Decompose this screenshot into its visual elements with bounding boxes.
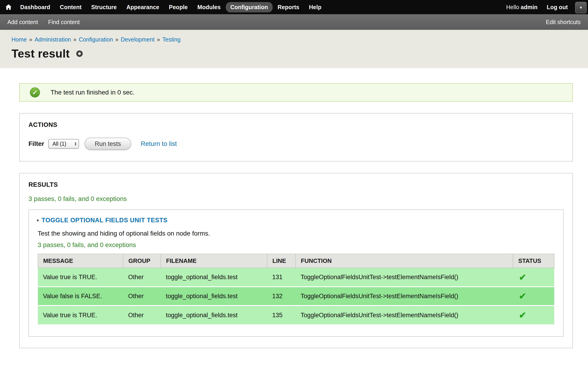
greeting-prefix: Hello bbox=[506, 4, 519, 10]
collapse-arrow-icon: ▾ bbox=[37, 218, 39, 223]
toolbar-left: DashboardContentStructureAppearancePeopl… bbox=[5, 2, 326, 12]
page-title: Test result bbox=[11, 47, 70, 60]
greeting: Helloadmin bbox=[506, 4, 538, 10]
title-row: Test result bbox=[11, 47, 577, 60]
column-header-message: MESSAGE bbox=[38, 254, 123, 268]
column-header-line: LINE bbox=[267, 254, 296, 268]
toolbar-right: Helloadmin Log out ▾ bbox=[506, 1, 588, 13]
cell-function: ToggleOptionalFieldsUnitTest->testElemen… bbox=[296, 287, 513, 306]
toolbar-toggle-button[interactable]: ▾ bbox=[575, 2, 587, 13]
toolbar-item-help[interactable]: Help bbox=[304, 2, 326, 12]
toolbar-item-appearance[interactable]: Appearance bbox=[122, 2, 164, 12]
cell-group: Other bbox=[123, 306, 161, 324]
pass-check-icon: ✔ bbox=[519, 291, 526, 301]
shortcut-item-find-content[interactable]: Find content bbox=[48, 19, 80, 25]
toolbar-item-configuration[interactable]: Configuration bbox=[226, 2, 273, 12]
breadcrumb-link-configuration[interactable]: Configuration bbox=[79, 36, 113, 43]
edit-shortcuts-link[interactable]: Edit shortcuts bbox=[546, 19, 581, 25]
results-summary: 3 passes, 0 fails, and 0 exceptions bbox=[28, 195, 564, 202]
table-row: Value true is TRUE.Othertoggle_optional_… bbox=[38, 268, 554, 287]
toolbar-menu: DashboardContentStructureAppearancePeopl… bbox=[16, 2, 326, 12]
content: ✓ The test run finished in 0 sec. ACTION… bbox=[0, 68, 588, 367]
return-to-list-link[interactable]: Return to list bbox=[141, 140, 177, 148]
home-icon[interactable] bbox=[5, 4, 12, 10]
test-group-fieldset: ▾ TOGGLE OPTIONAL FIELDS UNIT TESTS Test… bbox=[28, 209, 564, 337]
cell-function: ToggleOptionalFieldsUnitTest->testElemen… bbox=[296, 306, 513, 324]
actions-fieldset: ACTIONS Filter All (1) ▲▼ Run tests Retu… bbox=[19, 113, 573, 161]
test-group-summary: 3 passes, 0 fails, and 0 exceptions bbox=[38, 241, 554, 249]
toolbar-item-dashboard[interactable]: Dashboard bbox=[16, 2, 55, 12]
cell-line: 135 bbox=[267, 306, 296, 324]
breadcrumb-link-development[interactable]: Development bbox=[121, 36, 155, 43]
actions-legend: ACTIONS bbox=[28, 121, 564, 128]
cell-line: 131 bbox=[267, 268, 296, 287]
breadcrumb-link-administration[interactable]: Administration bbox=[35, 36, 71, 43]
table-row: Value true is TRUE.Othertoggle_optional_… bbox=[38, 306, 554, 324]
success-check-icon: ✓ bbox=[30, 87, 40, 98]
breadcrumb-link-testing[interactable]: Testing bbox=[162, 36, 181, 43]
select-stepper-icon: ▲▼ bbox=[74, 142, 77, 146]
column-header-group: GROUP bbox=[123, 254, 161, 268]
cell-status: ✔ bbox=[513, 287, 554, 306]
username: admin bbox=[521, 4, 538, 10]
toolbar-item-structure[interactable]: Structure bbox=[86, 2, 121, 12]
status-message-text: The test run finished in 0 sec. bbox=[51, 89, 135, 96]
cell-filename: toggle_optional_fields.test bbox=[161, 287, 267, 306]
breadcrumb-separator: » bbox=[157, 36, 160, 43]
test-group-legend: ▾ TOGGLE OPTIONAL FIELDS UNIT TESTS bbox=[37, 217, 554, 224]
column-header-function: FUNCTION bbox=[296, 254, 513, 268]
results-table: MESSAGEGROUPFILENAMELINEFUNCTIONSTATUSVa… bbox=[38, 254, 554, 324]
test-group-description: Test the showing and hiding of optional … bbox=[38, 230, 554, 237]
test-group-title-link[interactable]: TOGGLE OPTIONAL FIELDS UNIT TESTS bbox=[42, 217, 167, 224]
admin-toolbar: DashboardContentStructureAppearancePeopl… bbox=[0, 0, 588, 14]
page-header: Home»Administration»Configuration»Develo… bbox=[0, 30, 588, 68]
cell-status: ✔ bbox=[513, 306, 554, 324]
results-fieldset: RESULTS 3 passes, 0 fails, and 0 excepti… bbox=[19, 173, 573, 348]
column-header-filename: FILENAME bbox=[161, 254, 267, 268]
breadcrumb: Home»Administration»Configuration»Develo… bbox=[11, 36, 577, 43]
toolbar-item-people[interactable]: People bbox=[164, 2, 192, 12]
cell-group: Other bbox=[123, 268, 161, 287]
pass-check-icon: ✔ bbox=[519, 310, 526, 320]
filter-select-value: All (1) bbox=[52, 141, 66, 147]
cell-line: 132 bbox=[267, 287, 296, 306]
shortcut-links: Add contentFind content bbox=[7, 19, 90, 25]
pass-check-icon: ✔ bbox=[519, 273, 526, 282]
cell-message: Value true is TRUE. bbox=[38, 306, 123, 324]
cell-message: Value false is FALSE. bbox=[38, 287, 123, 306]
cell-filename: toggle_optional_fields.test bbox=[161, 268, 267, 287]
breadcrumb-separator: » bbox=[73, 36, 77, 43]
cell-filename: toggle_optional_fields.test bbox=[161, 306, 267, 324]
shortcuts-bar: Add contentFind content Edit shortcuts bbox=[0, 14, 588, 30]
results-legend: RESULTS bbox=[28, 181, 564, 188]
toolbar-item-modules[interactable]: Modules bbox=[193, 2, 225, 12]
chevron-down-icon: ▾ bbox=[580, 5, 582, 10]
cell-message: Value true is TRUE. bbox=[38, 268, 123, 287]
breadcrumb-separator: » bbox=[29, 36, 32, 43]
run-tests-button[interactable]: Run tests bbox=[85, 138, 131, 150]
breadcrumb-separator: » bbox=[115, 36, 119, 43]
stepper-down-icon: ▼ bbox=[74, 144, 77, 146]
filter-label: Filter bbox=[28, 140, 44, 148]
shortcut-item-add-content[interactable]: Add content bbox=[7, 19, 38, 25]
cell-group: Other bbox=[123, 287, 161, 306]
gear-icon[interactable] bbox=[76, 50, 83, 57]
table-header-row: MESSAGEGROUPFILENAMELINEFUNCTIONSTATUS bbox=[38, 254, 554, 268]
column-header-status: STATUS bbox=[513, 254, 554, 268]
cell-function: ToggleOptionalFieldsUnitTest->testElemen… bbox=[296, 268, 513, 287]
actions-row: Filter All (1) ▲▼ Run tests Return to li… bbox=[28, 138, 564, 150]
filter-select[interactable]: All (1) ▲▼ bbox=[48, 139, 79, 149]
table-row: Value false is FALSE.Othertoggle_optiona… bbox=[38, 287, 554, 306]
breadcrumb-link-home[interactable]: Home bbox=[11, 36, 27, 43]
toolbar-item-content[interactable]: Content bbox=[55, 2, 86, 12]
status-message: ✓ The test run finished in 0 sec. bbox=[19, 83, 573, 102]
toolbar-item-reports[interactable]: Reports bbox=[273, 2, 304, 12]
logout-link[interactable]: Log out bbox=[547, 4, 568, 10]
cell-status: ✔ bbox=[513, 268, 554, 287]
